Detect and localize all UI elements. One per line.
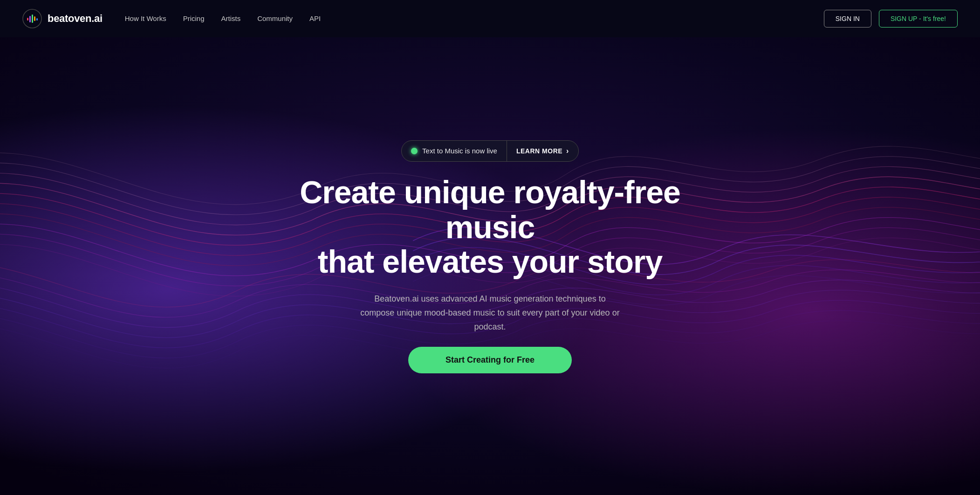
- badge-chevron-icon: ›: [566, 147, 569, 155]
- logo-icon: [22, 9, 42, 28]
- svg-rect-1: [27, 18, 28, 21]
- svg-rect-4: [34, 16, 35, 21]
- logo[interactable]: beatoven.ai: [22, 9, 103, 28]
- badge-text: Text to Music is now live: [422, 147, 497, 155]
- nav-api[interactable]: API: [309, 14, 321, 22]
- navbar: beatoven.ai How It Works Pricing Artists…: [0, 0, 980, 37]
- badge-live-dot: [411, 148, 418, 154]
- hero-heading: Create unique royalty-free music that el…: [281, 175, 700, 279]
- nav-links: How It Works Pricing Artists Community A…: [125, 14, 321, 23]
- signin-button[interactable]: SIGN IN: [824, 10, 871, 28]
- hero-heading-line2: that elevates your story: [318, 244, 662, 279]
- nav-auth-buttons: SIGN IN SIGN UP - It's free!: [824, 10, 958, 28]
- hero-subtext: Beatoven.ai uses advanced AI music gener…: [360, 292, 621, 334]
- badge-learn-more[interactable]: LEARN MORE ›: [507, 142, 578, 160]
- badge-left: Text to Music is now live: [402, 142, 507, 159]
- nav-how-it-works[interactable]: How It Works: [125, 14, 166, 22]
- hero-content: Text to Music is now live LEARN MORE › C…: [281, 140, 700, 373]
- svg-rect-3: [32, 14, 33, 23]
- signup-button[interactable]: SIGN UP - It's free!: [879, 10, 958, 28]
- nav-pricing[interactable]: Pricing: [183, 14, 205, 22]
- nav-artists[interactable]: Artists: [221, 14, 241, 22]
- svg-rect-2: [29, 16, 31, 22]
- hero-heading-line1: Create unique royalty-free music: [300, 174, 680, 245]
- announcement-badge[interactable]: Text to Music is now live LEARN MORE ›: [401, 140, 579, 162]
- hero-section: Text to Music is now live LEARN MORE › C…: [0, 37, 980, 495]
- brand-name: beatoven.ai: [48, 13, 103, 25]
- cta-button[interactable]: Start Creating for Free: [408, 347, 572, 373]
- svg-rect-5: [36, 18, 38, 21]
- nav-community[interactable]: Community: [257, 14, 293, 22]
